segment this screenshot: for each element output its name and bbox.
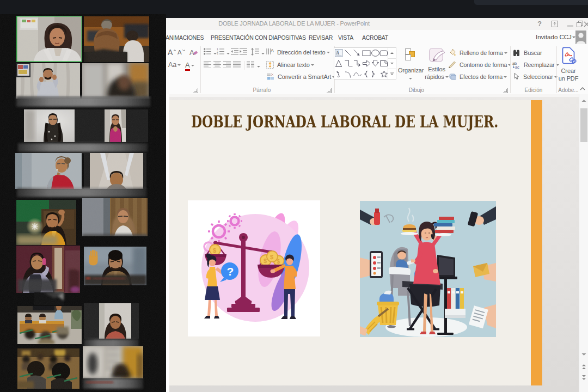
quick-styles-button[interactable]: Estilos rápidos <box>424 47 449 81</box>
change-case-button[interactable]: Aa <box>168 61 181 69</box>
svg-text:A: A <box>336 50 340 56</box>
mini-divider <box>244 61 244 70</box>
svg-text:A: A <box>168 48 173 56</box>
tab-acrobat[interactable]: ACROBAT <box>362 30 388 45</box>
scroll-up-icon[interactable] <box>581 98 587 104</box>
shape-fill-button[interactable]: Relleno de forma <box>449 49 507 56</box>
svg-text:$: $ <box>270 254 273 260</box>
svg-text:A: A <box>189 48 194 56</box>
tab-animaciones[interactable]: ANIMACIONES <box>166 30 204 45</box>
close-icon[interactable] <box>581 18 588 30</box>
slide-title[interactable]: DOBLE JORNADA LABORAL DE LA MUJER. <box>191 113 498 131</box>
editing-group-label: Edición <box>520 87 547 93</box>
collapse-ribbon-icon[interactable] <box>579 86 586 91</box>
shapes-scroll-up-icon[interactable] <box>388 48 396 58</box>
slide-accent-bar <box>531 100 542 385</box>
account-name[interactable]: Invitado CCJ <box>536 30 572 45</box>
drawing-dialog-launcher-icon[interactable] <box>503 88 508 93</box>
tab-vista[interactable]: VISTA <box>338 30 353 45</box>
columns-button[interactable] <box>247 61 254 68</box>
group-divider <box>510 46 511 93</box>
svg-text:A: A <box>177 49 182 56</box>
previous-slide-icon[interactable] <box>581 363 587 369</box>
svg-text:$: $ <box>264 258 267 264</box>
select-button[interactable]: Seleccionar <box>513 73 558 80</box>
tab-revisar[interactable]: REVISAR <box>309 30 333 45</box>
svg-text:?: ? <box>227 265 234 278</box>
paragraph-group-label: Párrafo <box>248 87 276 93</box>
find-button[interactable]: Buscar <box>513 49 542 56</box>
align-left-button[interactable] <box>204 61 211 68</box>
align-center-button[interactable] <box>213 61 221 68</box>
convert-smartart-button[interactable]: Convertir a SmartArt <box>266 73 335 81</box>
tab-presentacion[interactable]: PRESENTACIÓN CON DIAPOSITIVAS <box>211 30 306 45</box>
meeting-overlay-shade <box>474 0 588 5</box>
screen: DOBLE JORNADA LABORAL DE LA MUJER - Powe… <box>0 0 588 392</box>
shape-effects-button[interactable]: Efectos de forma <box>449 73 507 80</box>
shrink-font-button[interactable]: A <box>177 48 185 56</box>
clear-formatting-button[interactable]: A <box>189 48 198 56</box>
replace-button[interactable]: abac Reemplazar <box>512 61 559 69</box>
text-direction-button[interactable]: A Dirección del texto <box>266 48 330 56</box>
participant-tiles-art <box>0 0 166 392</box>
ribbon-display-options-icon[interactable] <box>550 18 560 30</box>
create-pdf-button[interactable]: Crear un PDF <box>557 47 580 82</box>
group-divider <box>200 46 201 93</box>
align-text-button[interactable]: Alinear texto <box>266 61 314 69</box>
bullets-button[interactable] <box>204 48 211 55</box>
decrease-indent-button[interactable] <box>231 48 238 55</box>
multitasking-woman-illustration[interactable] <box>360 201 496 337</box>
shape-outline-button[interactable]: Contorno de forma <box>449 61 511 68</box>
adobe-group-label: Adobe... <box>556 87 580 93</box>
shapes-gallery[interactable]: A <box>334 47 396 79</box>
video-participants-strip <box>0 0 166 392</box>
line-spacing-button[interactable] <box>251 48 259 56</box>
svg-text:3: 3 <box>217 53 218 56</box>
strip-top-band <box>0 0 166 14</box>
shapes-more-icon[interactable] <box>388 69 396 79</box>
slide-editing-pane: DOBLE JORNADA LABORAL DE LA MUJER. <box>166 94 588 392</box>
justify-button[interactable] <box>233 61 241 68</box>
balance-scale-illustration[interactable]: $ $ $ $ <box>188 200 320 336</box>
pane-top-edge <box>166 94 588 97</box>
svg-text:ac: ac <box>515 65 519 69</box>
numbering-button[interactable]: 123 <box>217 48 224 55</box>
strip-grain-overlay <box>0 0 166 392</box>
font-color-button[interactable]: A <box>185 61 194 69</box>
drawing-group-label: Dibujo <box>403 87 430 93</box>
shapes-scroll-down-icon[interactable] <box>388 58 396 69</box>
align-right-button[interactable] <box>223 61 231 68</box>
minimize-icon[interactable] <box>565 18 575 30</box>
increase-indent-button[interactable] <box>240 48 247 55</box>
account-avatar[interactable] <box>575 30 586 44</box>
slide-canvas[interactable]: DOBLE JORNADA LABORAL DE LA MUJER. <box>169 100 542 385</box>
help-icon[interactable]: ? <box>535 18 544 30</box>
scroll-down-icon[interactable] <box>581 351 587 357</box>
grow-font-button[interactable]: A <box>168 48 176 56</box>
next-slide-icon[interactable] <box>581 374 587 380</box>
svg-text:$: $ <box>277 259 280 265</box>
paragraph-dialog-launcher-icon[interactable] <box>327 88 332 93</box>
vertical-scrollbar[interactable] <box>579 94 588 392</box>
svg-text:A: A <box>271 48 274 53</box>
arrange-button[interactable]: Organizar <box>398 47 422 82</box>
svg-text:$: $ <box>213 247 216 254</box>
font-dialog-launcher-icon[interactable] <box>193 88 198 93</box>
scrollbar-thumb[interactable] <box>580 108 587 142</box>
